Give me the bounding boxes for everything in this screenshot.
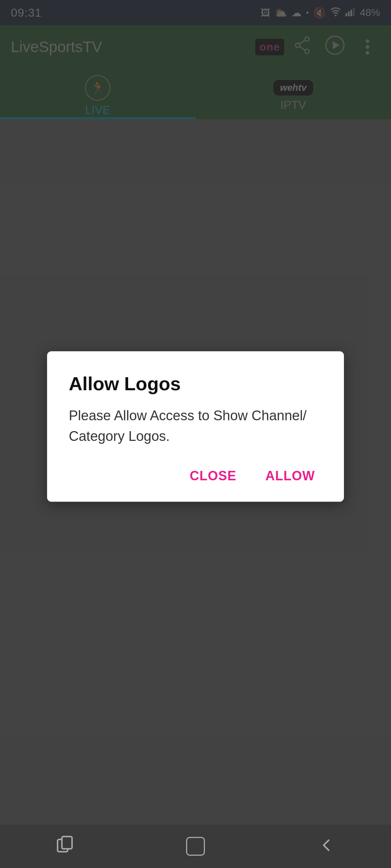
nav-bar [0,825,391,868]
svg-rect-13 [62,837,72,849]
back-icon [319,836,333,857]
home-button[interactable] [174,832,217,861]
back-button[interactable] [304,832,348,861]
home-icon [186,837,205,856]
recent-apps-icon [55,834,75,859]
dialog-message: Please Allow Access to Show Channel/ Cat… [69,405,322,447]
close-button[interactable]: CLOSE [182,465,244,487]
dialog-buttons: CLOSE ALLOW [69,465,322,487]
allow-logos-dialog: Allow Logos Please Allow Access to Show … [47,351,344,502]
allow-button[interactable]: ALLOW [258,465,322,487]
recent-apps-button[interactable] [43,832,87,861]
dialog-title: Allow Logos [69,373,322,395]
